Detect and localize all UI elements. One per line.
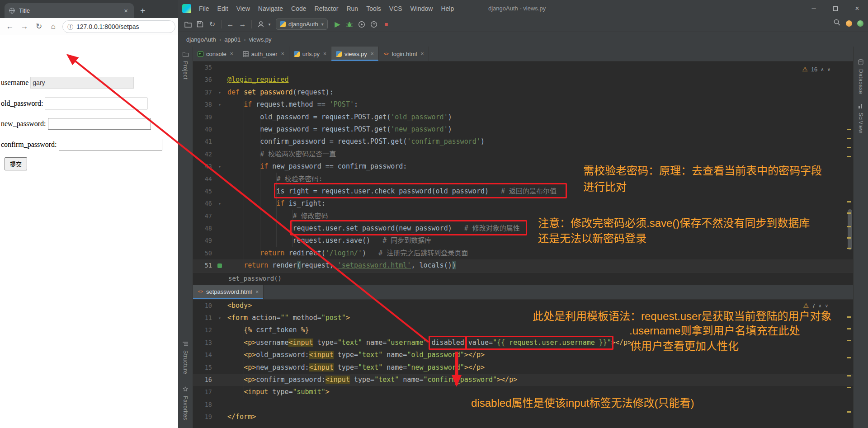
code-line-51[interactable]: 51 return render(request, 'setpassword.h… xyxy=(193,259,853,272)
line-number[interactable]: 16 xyxy=(193,374,212,386)
prev-warning-icon[interactable]: ∧ xyxy=(821,67,824,72)
inspections-widget-top[interactable]: ⚠ 16 ∧ ∨ xyxy=(802,66,830,73)
menu-item-help[interactable]: Help xyxy=(437,5,458,12)
warning-stripe-mark[interactable] xyxy=(847,212,851,214)
warning-stripe-mark[interactable] xyxy=(847,129,851,130)
breadcrumb-item[interactable]: views.py xyxy=(248,36,273,43)
line-number[interactable]: 35 xyxy=(193,61,212,74)
warning-stripe-mark[interactable] xyxy=(847,237,851,239)
line-number[interactable]: 45 xyxy=(193,185,212,198)
editor-tab-views.py[interactable]: views.py× xyxy=(331,47,379,61)
code-line-46[interactable]: 46▾ if is_right: xyxy=(193,198,853,210)
code-line-37[interactable]: 37▾def set_password(request): xyxy=(193,86,853,99)
warning-stripe-mark[interactable] xyxy=(847,147,851,148)
code-line-15[interactable]: 15 <p>new_password:<input type="text" na… xyxy=(193,362,853,374)
menu-item-file[interactable]: File xyxy=(195,5,213,12)
editor-tab-setpassword[interactable]: setpassword.html × xyxy=(193,285,264,299)
user-dropdown-caret-icon[interactable]: ▾ xyxy=(267,19,272,30)
code-line-14[interactable]: 14 <p>old_password:<input type="text" na… xyxy=(193,349,853,361)
warning-stripe-mark[interactable] xyxy=(847,375,851,376)
profiler-button[interactable] xyxy=(368,19,380,30)
close-tab-icon[interactable]: × xyxy=(255,289,259,295)
breadcrumb-item[interactable]: djangoAuth xyxy=(185,36,217,43)
minimize-button[interactable]: ─ xyxy=(803,0,825,17)
code-with-me-icon[interactable] xyxy=(857,20,863,27)
editor-tab-login.html[interactable]: login.html× xyxy=(379,47,429,61)
line-number[interactable]: 42 xyxy=(193,148,212,160)
warning-stripe-mark[interactable] xyxy=(847,340,851,341)
code-line-38[interactable]: 38▾ if request.method == 'POST': xyxy=(193,99,853,111)
forward-icon[interactable]: → xyxy=(17,22,32,31)
fold-icon[interactable]: ▾ xyxy=(212,99,227,111)
line-number[interactable]: 40 xyxy=(193,123,212,136)
menu-item-window[interactable]: Window xyxy=(406,5,437,12)
warning-stripe-mark[interactable] xyxy=(847,248,851,249)
fold-icon[interactable]: ▾ xyxy=(212,198,227,210)
close-tab-icon[interactable]: × xyxy=(281,51,284,57)
line-number[interactable]: 15 xyxy=(193,362,212,374)
warning-stripe-mark[interactable] xyxy=(847,328,851,329)
fold-icon[interactable]: ▾ xyxy=(212,86,227,99)
editor-tab-console[interactable]: console× xyxy=(193,47,238,61)
line-number[interactable]: 17 xyxy=(193,386,212,398)
run-configuration-select[interactable]: djangoAuth ▾ xyxy=(276,19,328,30)
search-everywhere-icon[interactable] xyxy=(833,19,841,28)
warning-stripe-mark[interactable] xyxy=(847,201,851,202)
sidebar-item-sciview[interactable]: SciView xyxy=(854,98,868,137)
line-number[interactable]: 48 xyxy=(193,222,212,235)
line-number[interactable]: 38 xyxy=(193,99,212,111)
line-number[interactable]: 47 xyxy=(193,210,212,222)
browser-tab[interactable]: Title × xyxy=(5,3,134,18)
warning-stripe-mark[interactable] xyxy=(847,316,851,318)
line-number[interactable]: 39 xyxy=(193,111,212,123)
sidebar-item-favorites[interactable]: Favorites xyxy=(178,381,193,424)
line-number[interactable]: 50 xyxy=(193,247,212,259)
close-tab-icon[interactable]: × xyxy=(323,51,326,57)
home-icon[interactable]: ⌂ xyxy=(46,22,61,31)
menu-item-code[interactable]: Code xyxy=(287,5,310,12)
fold-icon[interactable]: ▾ xyxy=(212,312,227,324)
warning-stripe-mark[interactable] xyxy=(847,357,851,358)
sidebar-item-structure[interactable]: Structure xyxy=(178,336,193,378)
code-line-16[interactable]: 16 <p>confirm_password:<input type="text… xyxy=(193,374,853,386)
line-number[interactable]: 11 xyxy=(193,312,212,324)
line-number[interactable]: 13 xyxy=(193,337,212,349)
code-line-19[interactable]: 19</form> xyxy=(193,411,853,423)
sidebar-item-project[interactable]: Project xyxy=(178,47,193,84)
menu-item-run[interactable]: Run xyxy=(342,5,362,12)
close-tab-icon[interactable]: × xyxy=(123,7,129,14)
username-field[interactable] xyxy=(30,77,134,89)
warning-stripe-mark[interactable] xyxy=(847,156,851,157)
code-line-40[interactable]: 40 new_password = request.POST.get('new_… xyxy=(193,123,853,136)
line-number[interactable]: 41 xyxy=(193,136,212,148)
line-number[interactable]: 36 xyxy=(193,74,212,86)
menu-item-refactor[interactable]: Refactor xyxy=(311,5,343,12)
line-number[interactable]: 51 xyxy=(193,259,212,272)
next-warning-icon[interactable]: ∨ xyxy=(827,67,830,72)
warning-stripe-mark[interactable] xyxy=(847,411,851,413)
confirm-password-field[interactable] xyxy=(59,139,162,151)
user-account-icon[interactable] xyxy=(255,19,267,30)
line-number[interactable]: 44 xyxy=(193,173,212,185)
back-icon[interactable]: ← xyxy=(3,22,17,31)
code-line-39[interactable]: 39 old_password = request.POST.get('old_… xyxy=(193,111,853,123)
line-number[interactable]: 19 xyxy=(193,411,212,423)
close-tab-icon[interactable]: × xyxy=(371,51,374,57)
new-password-field[interactable] xyxy=(48,118,151,130)
editor-tab-auth_user[interactable]: auth_user× xyxy=(238,47,289,61)
line-number[interactable]: 14 xyxy=(193,349,212,361)
code-line-36[interactable]: 36@login_required xyxy=(193,74,853,86)
new-tab-button[interactable]: + xyxy=(140,6,146,15)
line-number[interactable]: 37 xyxy=(193,86,212,99)
warning-stripe-mark[interactable] xyxy=(847,226,851,227)
open-folder-icon[interactable] xyxy=(182,19,194,30)
close-tab-icon[interactable]: × xyxy=(421,51,424,57)
menu-item-navigate[interactable]: Navigate xyxy=(254,5,287,12)
code-line-41[interactable]: 41 confirm_password = request.POST.get('… xyxy=(193,136,853,148)
warning-stripe-mark[interactable] xyxy=(847,138,851,139)
line-number[interactable]: 10 xyxy=(193,300,212,312)
sync-icon[interactable]: ↻ xyxy=(206,19,218,30)
close-window-button[interactable]: × xyxy=(846,0,868,17)
run-button[interactable]: ▶ xyxy=(331,19,344,30)
line-number[interactable]: 43 xyxy=(193,160,212,173)
